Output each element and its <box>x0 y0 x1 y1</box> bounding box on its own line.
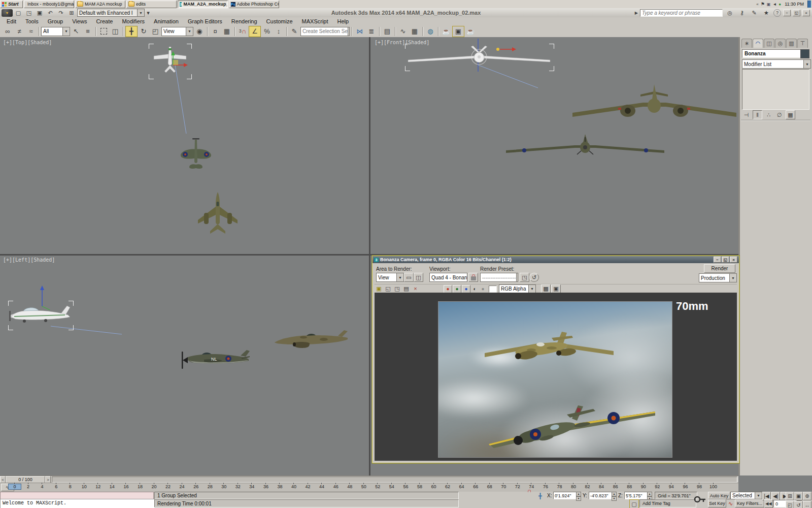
set-key-button[interactable]: Set Key <box>708 499 726 507</box>
frame-tick[interactable]: 82 <box>582 484 594 489</box>
render-button[interactable]: Render <box>704 264 735 273</box>
frame-tick[interactable]: 22 <box>162 484 174 489</box>
y-coordinate-field[interactable]: -4'0.823" <box>589 492 613 499</box>
zoom-extents-icon[interactable]: ▣ <box>794 492 803 500</box>
mirror-icon[interactable]: ⋈ <box>354 26 365 37</box>
render-preset-dropdown[interactable]: --------------------▼ <box>480 273 518 282</box>
show-desktop-button[interactable] <box>807 1 811 8</box>
rfw-minimize-button[interactable]: − <box>714 257 721 263</box>
bind-to-spacewarp-icon[interactable]: ≈ <box>25 26 37 37</box>
frame-tick[interactable]: 92 <box>651 484 663 489</box>
background-color-swatch[interactable] <box>489 285 497 293</box>
setup-render-icon[interactable]: ◳ <box>520 273 529 282</box>
viewport-left-label[interactable]: [+][Left][Shaded] <box>3 257 55 263</box>
me262-front-view[interactable] <box>569 81 738 135</box>
frame-tick[interactable]: 32 <box>232 484 244 489</box>
rfw-viewport-dropdown[interactable]: Quad 4 - Bonanza▼ <box>429 273 467 282</box>
menu-graph-editors[interactable]: Graph Editors <box>183 17 227 25</box>
auto-key-button[interactable]: Auto Key <box>708 492 730 499</box>
clone-rfw-icon[interactable]: ◳ <box>393 285 401 293</box>
frame-tick[interactable]: 14 <box>106 484 118 489</box>
show-end-result-icon[interactable]: ‖ <box>753 110 762 119</box>
zoom-icon[interactable]: ⊕ <box>803 492 811 500</box>
new-file-icon[interactable]: ▢ <box>13 9 23 17</box>
red-channel-icon[interactable]: ● <box>444 285 452 293</box>
maximize-viewport-icon[interactable]: ◰ <box>786 501 794 508</box>
taskbar-clock[interactable]: 11:30 PM <box>783 2 805 7</box>
spinner-snap-icon[interactable]: ↕ <box>273 26 284 37</box>
edit-region-icon[interactable]: ▭ <box>404 273 414 282</box>
time-slider-handle[interactable]: 0 / 100 <box>6 476 45 483</box>
frame-tick[interactable]: 10 <box>78 484 90 489</box>
select-and-rotate-icon[interactable]: ↻ <box>138 26 149 37</box>
minimize-button[interactable]: − <box>783 10 791 16</box>
taskbar-item-mam-folder[interactable]: MAM A2A mockup <box>75 1 125 8</box>
tray-display-icon[interactable]: ▣ <box>767 2 771 7</box>
me262-top-view[interactable] <box>194 190 242 237</box>
viewport-top[interactable]: [+][Top][Shaded] <box>0 37 369 254</box>
menu-modifiers[interactable]: Modifiers <box>117 17 149 25</box>
frame-tick[interactable]: 72 <box>512 484 524 489</box>
modifier-stack[interactable] <box>742 69 809 110</box>
environment-icon[interactable]: ↺ <box>529 273 539 282</box>
menu-help[interactable]: Help <box>333 17 354 25</box>
set-keys-key-icon[interactable] <box>693 493 706 506</box>
me262-side-view[interactable] <box>273 329 349 356</box>
close-button[interactable]: × <box>802 10 810 16</box>
redo-icon[interactable]: ↷ <box>56 9 66 17</box>
frame-tick[interactable]: 66 <box>469 484 482 489</box>
time-slider-prev-icon[interactable]: < <box>0 476 6 483</box>
frame-tick[interactable]: 30 <box>218 484 230 489</box>
edit-named-selection-sets-icon[interactable]: ✎ <box>289 26 300 37</box>
subscription-key-icon[interactable]: ⚷ <box>737 9 747 17</box>
bonanza-front-view[interactable] <box>405 45 553 70</box>
frame-tick[interactable]: 0 <box>8 484 21 490</box>
orbit-icon[interactable]: ↺ <box>794 501 803 508</box>
z-coordinate-field[interactable]: 5'5.175" <box>624 492 649 499</box>
frame-tick[interactable]: 52 <box>371 484 384 489</box>
area-to-render-dropdown[interactable]: View▼ <box>376 273 404 282</box>
time-tag-icon[interactable]: ▢ <box>629 499 639 508</box>
print-image-icon[interactable]: ▤ <box>402 285 411 293</box>
frame-tick[interactable]: 16 <box>120 484 132 489</box>
frame-tick[interactable]: 36 <box>260 484 272 489</box>
key-selection-dropdown[interactable]: Selected▼ <box>730 492 762 499</box>
object-color-swatch[interactable] <box>800 49 809 58</box>
menu-create[interactable]: Create <box>91 17 117 25</box>
keyboard-shortcut-override-icon[interactable]: ▦ <box>221 26 232 37</box>
object-name-field[interactable]: Bonanza <box>742 49 801 58</box>
menu-group[interactable]: Group <box>43 17 68 25</box>
tray-volume-icon[interactable]: ◄ <box>772 2 776 7</box>
taskbar-item-inbox[interactable]: Inbox - mbooty1@gmail.... <box>24 1 74 8</box>
auto-region-icon[interactable]: ◫ <box>414 273 423 282</box>
named-selection-set-combo[interactable]: Create Selection Se▼ <box>300 27 350 36</box>
workspace-arrow-icon[interactable]: ▾ <box>145 9 151 17</box>
taskbar-item-edits-folder[interactable]: edits <box>126 1 177 8</box>
taskbar-item-3dsmax[interactable]: 3MAM_A2A_mockup_02.... <box>178 1 228 8</box>
frame-tick[interactable]: 40 <box>288 484 300 489</box>
selection-filter-dropdown[interactable]: All▼ <box>41 27 70 36</box>
menu-customize[interactable]: Customize <box>262 17 297 25</box>
frame-tick[interactable]: 70 <box>497 484 510 489</box>
frame-tick[interactable]: 8 <box>64 484 76 489</box>
align-icon[interactable]: ≣ <box>366 26 377 37</box>
layer-manager-icon[interactable]: ▤ <box>382 26 393 37</box>
time-slider-track[interactable] <box>52 477 737 483</box>
frame-tick[interactable]: 48 <box>344 484 356 489</box>
select-and-manipulate-icon[interactable]: ¤ <box>210 26 221 37</box>
new-key-curve-icon[interactable]: ∿ <box>726 499 735 507</box>
material-editor-icon[interactable]: ◍ <box>425 26 436 37</box>
reference-coordinate-dropdown[interactable]: View▼ <box>161 27 193 36</box>
pan-icon[interactable]: ↔ <box>803 501 811 508</box>
frame-tick[interactable]: 20 <box>148 484 160 489</box>
channel-display-dropdown[interactable]: RGB Alpha▼ <box>499 284 536 294</box>
absolute-offset-toggle-icon[interactable]: ╋ <box>536 492 545 500</box>
frame-tick[interactable]: 62 <box>442 484 454 489</box>
frame-tick[interactable]: 4 <box>36 484 48 489</box>
frame-tick[interactable]: 6 <box>50 484 62 489</box>
frame-tick[interactable]: 2 <box>22 484 35 489</box>
tab-create[interactable]: ∗ <box>741 39 752 48</box>
maxscript-listener-input[interactable] <box>0 492 154 499</box>
frame-tick[interactable]: 50 <box>358 484 370 489</box>
spitfire-front-view[interactable] <box>504 133 666 164</box>
